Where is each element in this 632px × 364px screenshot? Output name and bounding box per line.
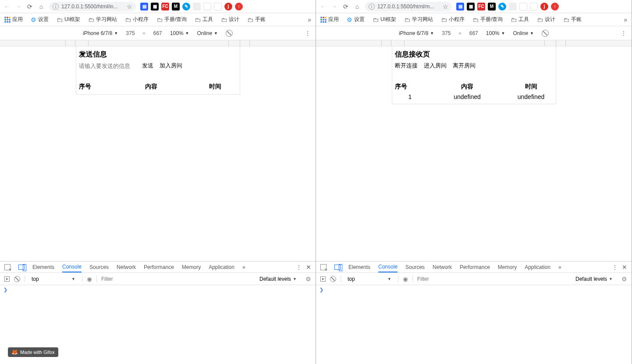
back-icon[interactable]: ←: [4, 3, 11, 10]
join-room-button[interactable]: 加入房间: [160, 62, 182, 70]
extension-icon[interactable]: ↑: [551, 3, 559, 11]
close-icon[interactable]: ✕: [622, 264, 627, 271]
extension-icon[interactable]: [193, 3, 201, 11]
live-expression-icon[interactable]: ◉: [403, 276, 408, 283]
reload-icon[interactable]: ⟳: [26, 3, 33, 10]
more-tabs-icon[interactable]: »: [242, 264, 245, 270]
extension-icon[interactable]: ◐: [519, 3, 527, 11]
overflow-icon[interactable]: »: [624, 16, 627, 23]
home-icon[interactable]: ⌂: [38, 3, 45, 10]
live-expression-icon[interactable]: ◉: [87, 276, 92, 283]
throttle-select[interactable]: Online▼: [513, 30, 534, 36]
bookmark-folder[interactable]: 🗀小程序: [125, 16, 149, 23]
bookmark-folder[interactable]: 🗀手账: [247, 16, 266, 23]
bookmark-folder[interactable]: 🗀设计: [537, 16, 555, 23]
device-mode-icon[interactable]: [18, 265, 25, 270]
zoom-select[interactable]: 100%▼: [170, 30, 189, 36]
bookmark-folder[interactable]: 🗀手账: [563, 16, 582, 23]
disconnect-button[interactable]: 断开连接: [395, 62, 418, 70]
address-bar[interactable]: i 127.0.0.1:5500/html/m... ☆: [365, 2, 452, 11]
tab-elements[interactable]: Elements: [32, 264, 54, 270]
kebab-menu-icon[interactable]: ⋮: [296, 264, 302, 270]
tab-memory[interactable]: Memory: [182, 264, 201, 270]
extension-icon[interactable]: G: [214, 3, 222, 11]
extension-icon[interactable]: M: [172, 3, 180, 11]
tab-sources[interactable]: Sources: [405, 264, 425, 270]
kebab-menu-icon[interactable]: ⋮: [612, 264, 618, 270]
extension-icon[interactable]: G: [530, 3, 538, 11]
tab-performance[interactable]: Performance: [460, 264, 490, 270]
bookmark-folder[interactable]: 🗀学习网站: [88, 16, 117, 23]
device-select[interactable]: iPhone 6/7/8▼: [83, 30, 118, 36]
apps-button[interactable]: 应用: [320, 16, 339, 23]
avatar-icon[interactable]: j: [540, 3, 548, 11]
bookmark-folder[interactable]: 🗀手册/查询: [156, 16, 187, 23]
enter-room-button[interactable]: 进入房间: [424, 62, 447, 70]
zoom-select[interactable]: 100%▼: [486, 30, 505, 36]
qr-icon[interactable]: ▦: [467, 3, 475, 11]
tab-network[interactable]: Network: [433, 264, 452, 270]
tab-console[interactable]: Console: [378, 264, 398, 272]
star-icon[interactable]: ☆: [443, 3, 448, 10]
filter-input[interactable]: [417, 276, 474, 282]
bookmark-folder[interactable]: 🗀手册/查询: [472, 16, 503, 23]
clear-console-icon[interactable]: [14, 276, 20, 282]
element-picker-icon[interactable]: [4, 264, 11, 270]
forward-icon[interactable]: →: [331, 3, 338, 10]
leave-room-button[interactable]: 离开房间: [453, 62, 476, 70]
extension-icon[interactable]: ✎: [182, 3, 190, 11]
tab-sources[interactable]: Sources: [89, 264, 109, 270]
tab-network[interactable]: Network: [117, 264, 136, 270]
device-mode-icon[interactable]: [334, 265, 341, 270]
settings-icon[interactable]: ⚙: [621, 276, 627, 283]
tab-application[interactable]: Application: [525, 264, 550, 270]
address-bar[interactable]: i 127.0.0.1:5500/html/in... ☆: [49, 2, 136, 11]
bookmark-folder[interactable]: 🗀小程序: [441, 16, 465, 23]
context-select[interactable]: top▼: [29, 275, 78, 283]
device-height[interactable]: 667: [469, 30, 478, 36]
extension-icon[interactable]: M: [488, 3, 496, 11]
context-select[interactable]: top▼: [345, 275, 394, 283]
extension-icon[interactable]: [509, 3, 517, 11]
tab-memory[interactable]: Memory: [498, 264, 517, 270]
kebab-menu-icon[interactable]: ⋮: [305, 30, 310, 36]
bookmark-folder[interactable]: 🗀UI框架: [373, 16, 396, 23]
log-levels-select[interactable]: Default levels▼: [575, 276, 613, 282]
clear-console-icon[interactable]: [330, 276, 336, 282]
tab-performance[interactable]: Performance: [144, 264, 174, 270]
settings-icon[interactable]: ⚙: [305, 276, 311, 283]
device-width[interactable]: 375: [126, 30, 135, 36]
bookmark-folder[interactable]: 🗀工具: [511, 16, 529, 23]
back-icon[interactable]: ←: [320, 3, 327, 10]
device-height[interactable]: 667: [153, 30, 162, 36]
extension-icon[interactable]: FC: [477, 3, 485, 11]
extension-icon[interactable]: ▤: [456, 3, 464, 11]
extension-icon[interactable]: FC: [161, 3, 169, 11]
more-tabs-icon[interactable]: »: [558, 264, 561, 270]
home-icon[interactable]: ⌂: [354, 3, 361, 10]
close-icon[interactable]: ✕: [306, 264, 311, 271]
element-picker-icon[interactable]: [320, 264, 327, 270]
log-levels-select[interactable]: Default levels▼: [259, 276, 297, 282]
bookmark-settings[interactable]: ⚙设置: [347, 16, 365, 23]
kebab-menu-icon[interactable]: ⋮: [621, 30, 626, 36]
sidebar-toggle-icon[interactable]: [320, 276, 326, 282]
device-width[interactable]: 375: [442, 30, 451, 36]
extension-icon[interactable]: ▤: [140, 3, 148, 11]
throttle-select[interactable]: Online▼: [197, 30, 218, 36]
extension-icon[interactable]: ◐: [203, 3, 211, 11]
sidebar-toggle-icon[interactable]: [4, 276, 10, 282]
extension-icon[interactable]: ✎: [498, 3, 506, 11]
device-select[interactable]: iPhone 6/7/8▼: [399, 30, 434, 36]
bookmark-folder[interactable]: 🗀设计: [221, 16, 239, 23]
tab-console[interactable]: Console: [62, 264, 82, 272]
bookmark-folder[interactable]: 🗀学习网站: [404, 16, 433, 23]
forward-icon[interactable]: →: [15, 3, 22, 10]
message-input[interactable]: [79, 63, 136, 69]
filter-input[interactable]: [101, 276, 158, 282]
avatar-icon[interactable]: j: [224, 3, 232, 11]
rotate-icon[interactable]: [226, 30, 233, 37]
send-button[interactable]: 发送: [142, 62, 153, 70]
overflow-icon[interactable]: »: [308, 16, 311, 23]
extension-icon[interactable]: ↑: [235, 3, 243, 11]
